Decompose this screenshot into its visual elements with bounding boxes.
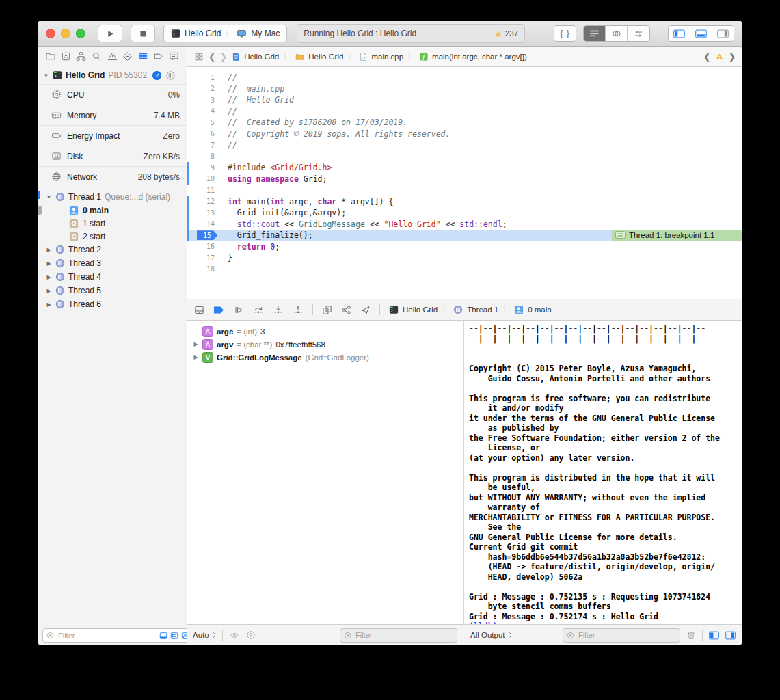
thread-row[interactable]: ▶Thread 3 [38, 256, 187, 270]
warning-badge[interactable]: 237 [494, 29, 518, 38]
variables-view[interactable]: Aargc= (int)3▶Aargv= (char **)0x7ffeefbf… [187, 321, 464, 624]
variable-row[interactable]: ▶VGrid::GridLogMessage(Grid::GridLogger) [187, 351, 463, 364]
simulate-location-button[interactable] [360, 305, 371, 315]
line-number-gutter[interactable]: 3 [187, 96, 221, 104]
run-button[interactable] [98, 25, 122, 42]
quicklook-eye-icon[interactable] [229, 631, 240, 640]
console-view[interactable]: --|--|--|--|--|--|--|--|--|--|--|--|--|-… [464, 321, 742, 624]
line-number-gutter[interactable]: 12 [187, 198, 221, 205]
variable-row[interactable]: Aargc= (int)3 [187, 325, 463, 338]
line-number-gutter[interactable]: 1 [187, 74, 221, 81]
show-variables-pane-icon[interactable] [709, 631, 719, 640]
assistant-editor-button[interactable] [605, 26, 627, 41]
memory-graph-button[interactable] [341, 305, 351, 315]
toggle-navigator-button[interactable] [669, 26, 690, 41]
disclosure-triangle-icon[interactable]: ▼ [43, 72, 49, 79]
line-number-gutter[interactable]: 10 [187, 175, 221, 183]
next-issue-icon[interactable]: ❯ [729, 52, 736, 62]
line-number-gutter[interactable]: 2 [187, 85, 221, 92]
gauge-view-icon[interactable] [152, 70, 162, 81]
breakpoint-navigator[interactable] [152, 50, 165, 64]
step-out-button[interactable] [293, 305, 304, 315]
breadcrumb-item[interactable]: c+main.cpp [359, 52, 403, 62]
scheme-selector[interactable]: Hello Grid 〉 My Mac [163, 25, 287, 42]
breakpoint-marker[interactable]: 15 [197, 230, 217, 240]
line-number-gutter[interactable]: 4 [187, 107, 221, 115]
step-over-button[interactable] [253, 305, 264, 315]
report-navigator[interactable] [167, 50, 181, 64]
stack-frame-row[interactable]: 2 start [38, 230, 187, 243]
console-filter-field[interactable] [563, 628, 680, 643]
version-editor-button[interactable] [627, 26, 649, 41]
line-number-gutter[interactable]: 11 [187, 187, 221, 194]
filter-input[interactable] [57, 631, 157, 641]
stack-frame-row[interactable]: 1 start [38, 217, 187, 230]
step-into-button[interactable] [273, 305, 284, 315]
show-console-pane-icon[interactable] [725, 631, 736, 640]
process-row[interactable]: ▼ Hello Grid PID 55302 [38, 66, 187, 84]
line-number-gutter[interactable]: 9 [187, 164, 221, 172]
standard-editor-button[interactable] [584, 26, 605, 41]
variables-scope-popup[interactable]: Auto [193, 631, 216, 639]
issue-navigator[interactable] [105, 50, 119, 64]
close-button[interactable] [46, 29, 55, 38]
debug-navigator[interactable] [136, 50, 150, 64]
disclosure-triangle-icon[interactable]: ▼ [46, 194, 52, 200]
filter-running-icon[interactable] [159, 632, 167, 640]
thread-view-icon[interactable] [165, 70, 176, 81]
line-number-gutter[interactable]: 18 [187, 265, 221, 273]
breadcrumb-item[interactable]: Hello Grid [232, 52, 279, 62]
gauge-row-disk[interactable]: DiskZero KB/s [38, 146, 187, 166]
prev-issue-icon[interactable]: ❮ [703, 52, 710, 62]
continue-button[interactable] [234, 305, 244, 315]
filter-window-icon[interactable] [170, 632, 178, 640]
line-number-gutter[interactable]: 8 [187, 152, 221, 160]
stack-frame-row[interactable]: 0 main [38, 204, 187, 217]
line-number-gutter[interactable]: 5 [187, 119, 221, 126]
related-items-icon[interactable] [194, 52, 204, 62]
variable-row[interactable]: ▶Aargv= (char **)0x7ffeefbff568 [187, 338, 463, 351]
hide-debug-area-button[interactable] [194, 305, 204, 315]
disclosure-triangle-icon[interactable]: ▶ [46, 247, 52, 253]
gauge-row-energy-impact[interactable]: Energy ImpactZero [38, 125, 187, 146]
gauge-row-memory[interactable]: Memory7.4 MB [38, 105, 187, 125]
gauge-row-cpu[interactable]: CPU0% [38, 84, 187, 105]
stop-button[interactable] [131, 25, 155, 42]
back-chevron-icon[interactable]: ❮ [209, 52, 215, 62]
toggle-debug-area-button[interactable] [690, 26, 712, 41]
thread-row[interactable]: ▼Thread 1Queue:...d (serial) [38, 190, 187, 204]
library-button[interactable]: { } [554, 26, 576, 41]
line-number-gutter[interactable]: 13 [187, 209, 221, 217]
info-icon[interactable] [246, 630, 256, 640]
line-number-gutter[interactable]: 17 [187, 254, 221, 262]
navigator-filter-field[interactable] [42, 628, 193, 643]
breadcrumb-item[interactable]: fmain(int argc, char * argv[]) [419, 52, 527, 62]
disclosure-triangle-icon[interactable]: ▶ [193, 341, 199, 347]
breakpoints-toggle-button[interactable] [213, 306, 225, 314]
project-navigator[interactable] [44, 50, 57, 64]
line-number-gutter[interactable]: 16 [187, 243, 221, 250]
debug-view-hierarchy-button[interactable] [322, 305, 332, 315]
thread-row[interactable]: ▶Thread 2 [38, 243, 187, 256]
disclosure-triangle-icon[interactable]: ▶ [193, 354, 199, 360]
symbol-navigator[interactable] [75, 50, 88, 64]
line-number-gutter[interactable]: 6 [187, 130, 221, 137]
zoom-button[interactable] [76, 29, 85, 38]
gauge-row-network[interactable]: Network208 bytes/s [38, 166, 187, 187]
breadcrumb-item[interactable]: Hello Grid [295, 53, 343, 62]
disclosure-triangle-icon[interactable]: ▶ [46, 301, 52, 308]
line-number-gutter[interactable]: 7 [187, 142, 221, 149]
disclosure-triangle-icon[interactable]: ▶ [46, 288, 52, 294]
variables-filter-field[interactable] [340, 628, 457, 643]
trash-icon[interactable] [686, 630, 696, 641]
toggle-inspector-button[interactable] [712, 26, 734, 41]
thread-row[interactable]: ▶Thread 5 [38, 284, 187, 297]
console-filter-input[interactable] [577, 630, 676, 640]
thread-row[interactable]: ▶Thread 6 [38, 297, 187, 311]
console-output-popup[interactable]: All Output [470, 631, 512, 639]
disclosure-triangle-icon[interactable]: ▶ [46, 260, 52, 267]
forward-chevron-icon[interactable]: ❯ [220, 52, 227, 62]
variables-filter-input[interactable] [354, 630, 453, 640]
line-number-gutter[interactable]: 15 [187, 230, 221, 240]
test-navigator[interactable] [121, 50, 135, 64]
